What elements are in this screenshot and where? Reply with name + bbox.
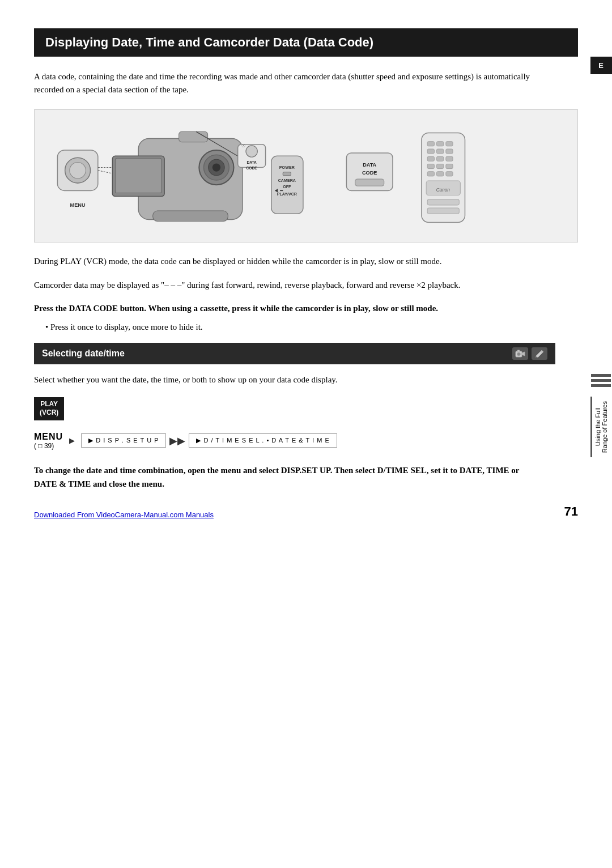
svg-rect-34 (427, 141, 434, 146)
svg-text:CODE: CODE (246, 165, 258, 169)
svg-marker-56 (522, 352, 525, 356)
mode-switch: POWER CAMERA OFF PLAY/VCR (271, 156, 303, 214)
menu-label: MENU ( □ 39) (34, 432, 63, 450)
play-vcr-badge: PLAY (VCR) (34, 397, 64, 420)
svg-rect-43 (427, 164, 434, 168)
side-tab-letter: E (590, 57, 612, 74)
svg-text:PLAY/VCR: PLAY/VCR (277, 192, 297, 196)
data-code-small-button: DATA CODE ☉ (238, 143, 266, 169)
menu-arrow-1: ▶ (66, 436, 78, 445)
side-vertical-text-block: Using the Full Range of Features (590, 397, 612, 457)
svg-rect-32 (355, 178, 384, 185)
menu-page-ref: ( □ 39) (34, 442, 54, 450)
camera-icon (512, 347, 528, 360)
svg-text:Canon: Canon (436, 188, 450, 193)
svg-point-55 (517, 352, 521, 356)
svg-text:OFF: OFF (283, 185, 291, 189)
side-decorative-lines (591, 374, 612, 387)
intro-paragraph: A data code, containing the date and tim… (34, 70, 533, 97)
menu-double-arrow: ▶▶ (169, 435, 185, 447)
svg-text:DATA: DATA (246, 160, 257, 164)
footer-link[interactable]: Downloaded From VideoCamera-Manual.com M… (34, 510, 214, 519)
svg-rect-50 (427, 199, 459, 205)
svg-rect-47 (437, 171, 444, 176)
svg-rect-37 (427, 148, 434, 153)
menu-box-2: ▶ D / T I M E S E L . • D A T E & T I M … (189, 433, 337, 448)
final-bold-instruction: To change the date and time combination,… (34, 463, 533, 491)
svg-rect-48 (446, 171, 453, 176)
svg-rect-46 (427, 171, 434, 176)
svg-text:POWER: POWER (279, 165, 295, 169)
svg-rect-51 (427, 207, 459, 213)
svg-text:CAMERA: CAMERA (278, 178, 296, 183)
remote-control: Canon (422, 133, 465, 222)
svg-rect-41 (437, 156, 444, 161)
svg-point-17 (246, 145, 257, 156)
svg-rect-38 (437, 148, 444, 153)
page-number: 71 (564, 504, 578, 519)
menu-title-text: MENU (34, 432, 63, 442)
svg-point-2 (70, 162, 86, 178)
svg-rect-13 (153, 211, 228, 221)
section-header-label: Selecting date/time (42, 348, 125, 359)
menu-flow: MENU ( □ 39) ▶ ▶ D I S P . S E T U P ▶▶ … (34, 432, 578, 450)
svg-rect-14 (179, 131, 208, 142)
page-title: Displaying Date, Time and Camcorder Data… (34, 28, 578, 57)
svg-text:MENU: MENU (70, 202, 86, 207)
bullet-item-1: Press it once to display, once more to h… (34, 321, 533, 334)
svg-rect-54 (517, 350, 520, 352)
menu-box-1: ▶ D I S P . S E T U P (81, 433, 166, 448)
svg-rect-40 (427, 156, 434, 161)
svg-rect-45 (446, 164, 453, 168)
svg-rect-8 (115, 158, 162, 193)
section-header-selecting-datetime: Selecting date/time (34, 343, 555, 364)
svg-rect-44 (437, 164, 444, 168)
camcorder-body (112, 131, 242, 221)
edit-icon (532, 347, 547, 360)
svg-rect-35 (437, 141, 444, 146)
svg-text:DATA: DATA (363, 161, 376, 167)
paragraph-2: Camcorder data may be displayed as "– – … (34, 279, 533, 292)
svg-text:☉: ☉ (241, 143, 245, 148)
svg-rect-42 (446, 156, 453, 161)
bold-instruction-1: Press the DATA CODE button. When using a… (34, 302, 533, 315)
data-code-button: DATA CODE (346, 153, 393, 190)
side-text-line2: Range of Features (601, 401, 608, 453)
section-description: Select whether you want the date, the ti… (34, 373, 533, 386)
svg-rect-39 (446, 148, 453, 153)
side-text-line1: Using the Full (594, 408, 601, 446)
illustration-area: MENU (34, 109, 578, 243)
svg-rect-36 (446, 141, 453, 146)
paragraph-1: During PLAY (VCR) mode, the data code ca… (34, 255, 533, 268)
svg-point-12 (212, 163, 220, 171)
svg-rect-23 (283, 172, 291, 175)
section-header-icons (512, 347, 547, 360)
svg-text:CODE: CODE (362, 169, 377, 175)
